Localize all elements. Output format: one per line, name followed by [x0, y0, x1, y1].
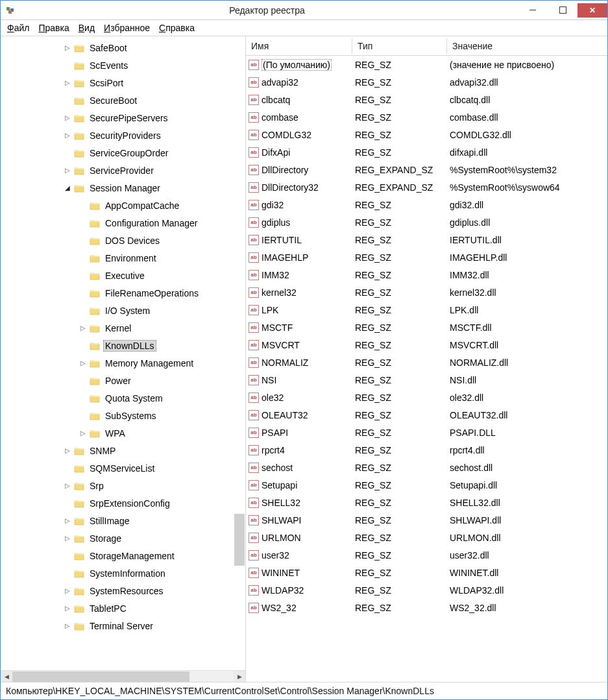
menu-help[interactable]: Справка [159, 23, 195, 33]
tree-item[interactable]: ▷SecurityProviders [1, 127, 245, 144]
expand-icon[interactable]: ▷ [79, 359, 88, 367]
tree-vscroll-thumb[interactable] [234, 514, 245, 566]
tree-item[interactable]: StorageManagement [1, 547, 245, 564]
value-row[interactable]: WININETREG_SZWININET.dll [246, 564, 607, 581]
expand-icon[interactable]: ▷ [63, 114, 72, 121]
hscroll-left[interactable]: ◀ [1, 671, 12, 682]
tree-item[interactable]: ▷Terminal Server [1, 617, 245, 634]
value-row[interactable]: ole32REG_SZole32.dll [246, 389, 607, 406]
value-row[interactable]: COMDLG32REG_SZCOMDLG32.dll [246, 126, 607, 143]
header-value[interactable]: Значение [447, 38, 607, 54]
expand-icon[interactable]: ▷ [63, 622, 72, 629]
value-row[interactable]: SHLWAPIREG_SZSHLWAPI.dll [246, 511, 607, 529]
value-row[interactable]: user32REG_SZuser32.dll [246, 546, 607, 564]
menu-favorites[interactable]: Избранное [104, 23, 150, 33]
expand-icon[interactable]: ▷ [63, 132, 72, 139]
close-button[interactable] [578, 3, 607, 18]
tree-item[interactable]: ▷ServiceProvider [1, 162, 245, 179]
value-row[interactable]: LPKREG_SZLPK.dll [246, 301, 607, 319]
tree-item[interactable]: ◢Session Manager [1, 179, 245, 197]
hscroll-track[interactable] [12, 671, 234, 682]
value-row[interactable]: DifxApiREG_SZdifxapi.dll [246, 143, 607, 161]
tree-item[interactable]: SecureBoot [1, 91, 245, 109]
tree-item[interactable]: ▷SNMP [1, 442, 245, 459]
expand-icon[interactable]: ▷ [63, 482, 72, 489]
value-row[interactable]: advapi32REG_SZadvapi32.dll [246, 73, 607, 91]
tree-item[interactable]: ▷Memory Management [1, 354, 245, 372]
tree-item[interactable]: ServiceGroupOrder [1, 144, 245, 162]
registry-tree[interactable]: ▷SafeBootScEvents▷ScsiPortSecureBoot▷Sec… [1, 36, 245, 670]
value-row[interactable]: WLDAP32REG_SZWLDAP32.dll [246, 581, 607, 599]
value-row[interactable]: rpcrt4REG_SZrpcrt4.dll [246, 441, 607, 459]
tree-item[interactable]: DOS Devices [1, 232, 245, 249]
tree-item[interactable]: ▷TabletPC [1, 599, 245, 617]
titlebar[interactable]: Редактор реестра [1, 1, 607, 20]
expand-icon[interactable]: ▷ [63, 535, 72, 542]
value-row[interactable]: WS2_32REG_SZWS2_32.dll [246, 599, 607, 616]
collapse-icon[interactable]: ◢ [63, 184, 72, 191]
tree-item[interactable]: ▷WPA [1, 424, 245, 442]
tree-item[interactable]: SrpExtensionConfig [1, 494, 245, 512]
header-name[interactable]: Имя [246, 38, 352, 54]
tree-item[interactable]: ▷SecurePipeServers [1, 109, 245, 127]
value-row[interactable]: (По умолчанию)REG_SZ(значение не присвое… [246, 56, 607, 73]
value-row[interactable]: MSVCRTREG_SZMSVCRT.dll [246, 336, 607, 354]
value-row[interactable]: gdiplusREG_SZgdiplus.dll [246, 213, 607, 231]
hscroll-thumb[interactable] [12, 671, 189, 682]
tree-item[interactable]: I/O System [1, 302, 245, 319]
tree-item[interactable]: Environment [1, 249, 245, 267]
value-row[interactable]: IMM32REG_SZIMM32.dll [246, 266, 607, 284]
tree-item[interactable]: KnownDLLs [1, 337, 245, 354]
value-row[interactable]: NORMALIZREG_SZNORMALIZ.dll [246, 354, 607, 371]
tree-item[interactable]: ▷SystemResources [1, 582, 245, 599]
hscroll-right[interactable]: ▶ [234, 671, 245, 682]
value-row[interactable]: URLMONREG_SZURLMON.dll [246, 529, 607, 546]
tree-item[interactable]: FileRenameOperations [1, 284, 245, 302]
value-row[interactable]: SHELL32REG_SZSHELL32.dll [246, 494, 607, 511]
menu-edit[interactable]: Правка [38, 23, 69, 33]
expand-icon[interactable]: ▷ [63, 167, 72, 174]
tree-item[interactable]: ▷Srp [1, 477, 245, 494]
menu-view[interactable]: Вид [79, 23, 95, 33]
expand-icon[interactable]: ▷ [63, 79, 72, 86]
value-row[interactable]: DllDirectory32REG_EXPAND_SZ%SystemRoot%\… [246, 178, 607, 196]
tree-item[interactable]: ▷Storage [1, 529, 245, 547]
value-list[interactable]: (По умолчанию)REG_SZ(значение не присвое… [246, 56, 607, 682]
value-row[interactable]: kernel32REG_SZkernel32.dll [246, 284, 607, 301]
expand-icon[interactable]: ▷ [63, 517, 72, 524]
value-row[interactable]: IMAGEHLPREG_SZIMAGEHLP.dll [246, 248, 607, 266]
value-row[interactable]: sechostREG_SZsechost.dll [246, 459, 607, 476]
tree-item[interactable]: ▷Kernel [1, 319, 245, 337]
value-row[interactable]: SetupapiREG_SZSetupapi.dll [246, 476, 607, 494]
tree-item[interactable]: Configuration Manager [1, 214, 245, 232]
tree-item[interactable]: AppCompatCache [1, 197, 245, 214]
expand-icon[interactable]: ▷ [63, 44, 72, 51]
expand-icon[interactable]: ▷ [79, 429, 88, 437]
value-row[interactable]: gdi32REG_SZgdi32.dll [246, 196, 607, 213]
value-row[interactable]: NSIREG_SZNSI.dll [246, 371, 607, 389]
header-type[interactable]: Тип [352, 38, 447, 54]
value-row[interactable]: PSAPIREG_SZPSAPI.DLL [246, 424, 607, 441]
value-row[interactable]: IERTUTILREG_SZIERTUTIL.dll [246, 231, 607, 248]
expand-icon[interactable]: ▷ [79, 324, 88, 332]
value-row[interactable]: clbcatqREG_SZclbcatq.dll [246, 91, 607, 108]
tree-item[interactable]: ▷ScsiPort [1, 74, 245, 91]
value-row[interactable]: MSCTFREG_SZMSCTF.dll [246, 319, 607, 336]
tree-item[interactable]: ▷StillImage [1, 512, 245, 529]
expand-icon[interactable]: ▷ [63, 447, 72, 454]
tree-item[interactable]: SQMServiceList [1, 459, 245, 477]
expand-icon[interactable]: ▷ [63, 605, 72, 612]
value-row[interactable]: OLEAUT32REG_SZOLEAUT32.dll [246, 406, 607, 424]
tree-item[interactable]: ▷SafeBoot [1, 39, 245, 56]
tree-item[interactable]: Power [1, 372, 245, 389]
maximize-button[interactable] [548, 3, 578, 18]
expand-icon[interactable]: ▷ [63, 587, 72, 594]
tree-hscroll[interactable]: ◀ ▶ [1, 670, 245, 682]
tree-item[interactable]: Quota System [1, 389, 245, 407]
tree-item[interactable]: Executive [1, 267, 245, 284]
tree-item[interactable]: SystemInformation [1, 564, 245, 582]
menu-file[interactable]: Файл [7, 23, 29, 33]
value-row[interactable]: combaseREG_SZcombase.dll [246, 108, 607, 126]
value-row[interactable]: DllDirectoryREG_EXPAND_SZ%SystemRoot%\sy… [246, 161, 607, 178]
tree-item[interactable]: SubSystems [1, 407, 245, 424]
